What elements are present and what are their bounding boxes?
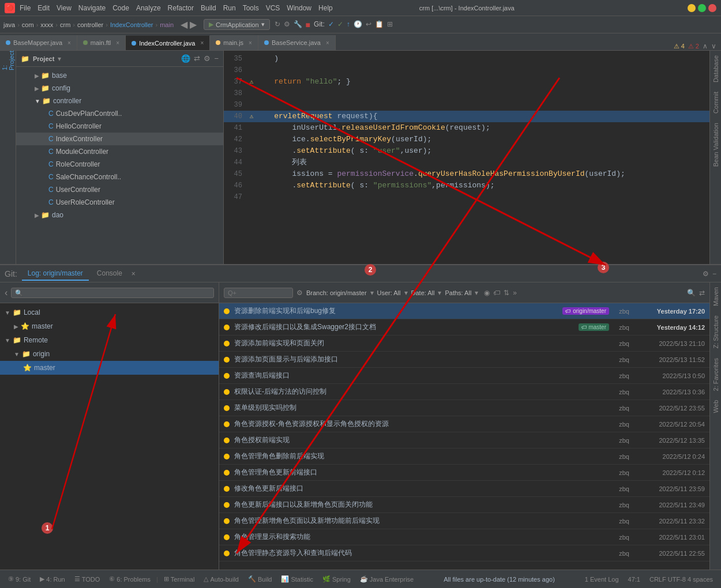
collapse-icon[interactable]: ∨	[711, 42, 716, 50]
log-row-9[interactable]: 角色授权前端实现 zbq 2022/5/12 13:35	[219, 432, 709, 448]
breadcrumb-index-controller[interactable]: IndexController	[110, 21, 153, 28]
tab-main-js[interactable]: main.js ×	[210, 35, 258, 50]
bean-validation-panel[interactable]: Bean Validation	[711, 118, 720, 171]
more-icon[interactable]: »	[513, 289, 517, 297]
menu-edit[interactable]: Edit	[37, 4, 50, 12]
log-row-5[interactable]: 资源查询后端接口 zbq 2022/5/13 0:50	[219, 368, 709, 384]
build-status-item[interactable]: 🔨 Build	[245, 574, 275, 584]
close-button[interactable]	[708, 4, 716, 12]
tree-base[interactable]: ▶ 📁 base	[16, 69, 223, 82]
tree-userrole[interactable]: C UserRoleController	[16, 196, 223, 209]
maven-panel[interactable]: Maven	[711, 282, 720, 311]
log-row-3[interactable]: 资源添加前端实现和页面关闭 zbq 2022/5/13 21:10	[219, 336, 709, 352]
log-expand-icon[interactable]: ⇄	[699, 289, 705, 297]
tab-basemapper[interactable]: BaseMapper.java ×	[0, 35, 77, 50]
git-back-arrow[interactable]: ‹	[5, 288, 7, 298]
tab-close-main-js[interactable]: ×	[249, 40, 252, 46]
menu-vcs[interactable]: VCS	[266, 4, 280, 12]
date-filter-arrow[interactable]: ▾	[438, 289, 441, 297]
spring-status-item[interactable]: 🌿 Spring	[319, 574, 354, 584]
tab-main-ftl[interactable]: main.ftl ×	[77, 35, 126, 50]
git-remote-group[interactable]: ▼ 📁 Remote	[0, 333, 219, 347]
commit-panel[interactable]: Commit	[711, 87, 720, 118]
git-tick2[interactable]: ✓	[337, 20, 343, 29]
code-area[interactable]: 35 ) 36 37 ⚠ return "hello"; } 38	[224, 51, 709, 287]
nav-back-icon[interactable]: ◀	[181, 19, 187, 30]
breadcrumb-crm[interactable]: crm	[60, 21, 70, 28]
breadcrumb-com[interactable]: com	[22, 21, 34, 28]
log-row-15[interactable]: 角色管理显示和搜索功能 zbq 2022/5/11 23:01	[219, 529, 709, 545]
log-row-2[interactable]: 资源修改后端接口以及集成Swagger2接口文档 🏷 master zbq Ye…	[219, 319, 709, 336]
breadcrumb-controller[interactable]: controller	[77, 21, 103, 28]
sort-icon[interactable]: ⇅	[504, 289, 509, 297]
git-status-item[interactable]: ⑨ 9: Git	[5, 574, 34, 584]
log-row-16[interactable]: 角色管理静态资源导入和查询后端代码 zbq 2022/5/11 22:55	[219, 545, 709, 561]
branch-filter-arrow[interactable]: ▾	[370, 289, 374, 297]
git-master-branch[interactable]: ▶ ⭐ master	[0, 319, 219, 333]
console-close[interactable]: ×	[132, 270, 136, 278]
menu-navigate[interactable]: Navigate	[78, 4, 106, 12]
todo-status-item[interactable]: ☰ TODO	[71, 574, 104, 584]
menu-analyze[interactable]: Analyze	[136, 4, 161, 12]
log-search-icon[interactable]: 🔍	[687, 289, 696, 297]
bookmark-icon[interactable]: 📋	[375, 20, 384, 29]
minimize-button[interactable]	[688, 4, 696, 12]
auto-build-status-item[interactable]: △ Auto-build	[200, 574, 242, 584]
tree-user[interactable]: C UserController	[16, 183, 223, 196]
tab-close-index-controller[interactable]: ×	[200, 40, 204, 46]
tree-config[interactable]: ▶ 📁 config	[16, 82, 223, 95]
problems-status-item[interactable]: ⑥ 6: Problems	[106, 574, 154, 584]
tree-cusdev[interactable]: C CusDevPlanControll..	[16, 107, 223, 120]
tab-git-log[interactable]: Log: origin/master	[22, 267, 89, 281]
tab-close-main-ftl[interactable]: ×	[116, 40, 119, 46]
clock-icon[interactable]: 🕐	[354, 20, 362, 29]
java-enterprise-status-item[interactable]: ☕ Java Enterprise	[356, 574, 417, 584]
paths-filter-arrow[interactable]: ▾	[475, 289, 478, 297]
web-panel[interactable]: Web	[711, 395, 720, 417]
menu-code[interactable]: Code	[112, 4, 129, 12]
log-row-8[interactable]: 角色资源授权-角色资源授权和显示角色授权的资源 zbq 2022/5/12 20…	[219, 416, 709, 432]
tag-icon[interactable]: 🏷	[493, 289, 500, 297]
breadcrumb-main[interactable]: main	[160, 21, 174, 28]
git-origin-master[interactable]: ⭐ master	[0, 361, 219, 375]
menu-window[interactable]: Window	[287, 4, 311, 12]
git-check[interactable]: ✓	[328, 20, 334, 29]
tree-hello[interactable]: C HelloController	[16, 120, 223, 133]
tab-console[interactable]: Console	[91, 267, 128, 281]
layout-icon[interactable]: ⊞	[387, 20, 393, 29]
tab-index-controller[interactable]: IndexController.java ×	[126, 36, 210, 51]
globe-icon[interactable]: 🌐	[181, 54, 190, 63]
minus-icon[interactable]: −	[214, 54, 219, 63]
settings-icon[interactable]: ⚙	[284, 20, 290, 29]
log-row-11[interactable]: 角色管理角色更新前端接口 zbq 2022/5/12 0:12	[219, 465, 709, 481]
tree-controller[interactable]: ▼ 📁 controller	[16, 95, 223, 107]
undo-icon[interactable]: ↩	[366, 20, 371, 29]
settings-gear[interactable]: ⚙	[703, 270, 709, 278]
tree-dao[interactable]: ▶ 📁 dao	[16, 209, 223, 221]
terminal-status-item[interactable]: ⊞ Terminal	[160, 574, 198, 584]
menu-build[interactable]: Build	[201, 4, 216, 12]
filter-settings-icon[interactable]: ⚙	[296, 289, 303, 297]
refresh-icon[interactable]: ↻	[275, 20, 280, 29]
statistic-status-item[interactable]: 📊 Statistic	[277, 574, 317, 584]
structure-panel[interactable]: Z: Structure	[711, 311, 720, 353]
tab-close-baseservice[interactable]: ×	[326, 40, 329, 46]
sync-icon[interactable]: ⇄	[194, 54, 200, 63]
log-row-6[interactable]: 权限认证-后端方法的访问控制 zbq 2022/5/13 0:36	[219, 384, 709, 400]
menu-file[interactable]: File	[20, 4, 31, 12]
graph-icon[interactable]: ◉	[484, 289, 490, 297]
config-icon[interactable]: 🔧	[294, 20, 302, 29]
event-log-status-item[interactable]: 1 Event Log	[581, 575, 622, 584]
nav-forward-icon[interactable]: ▶	[190, 19, 197, 30]
menu-tools[interactable]: Tools	[243, 4, 259, 12]
user-filter-arrow[interactable]: ▾	[404, 289, 408, 297]
tree-index[interactable]: C IndexController	[16, 133, 223, 145]
run-config-button[interactable]: ▶ CrmApplication ▾	[204, 19, 270, 30]
favorites-panel[interactable]: 2: Favorites	[711, 353, 720, 395]
log-row-13[interactable]: 角色更新后端接口以及新增角色页面关闭功能 zbq 2022/5/11 23:49	[219, 497, 709, 513]
log-row-4[interactable]: 资源添加页面显示与后端添加接口 zbq 2022/5/13 11:52	[219, 352, 709, 368]
minimize-panel[interactable]: −	[712, 270, 716, 278]
breadcrumb-java[interactable]: java	[3, 21, 15, 28]
tree-module[interactable]: C ModuleController	[16, 145, 223, 158]
menu-refactor[interactable]: Refactor	[168, 4, 194, 12]
